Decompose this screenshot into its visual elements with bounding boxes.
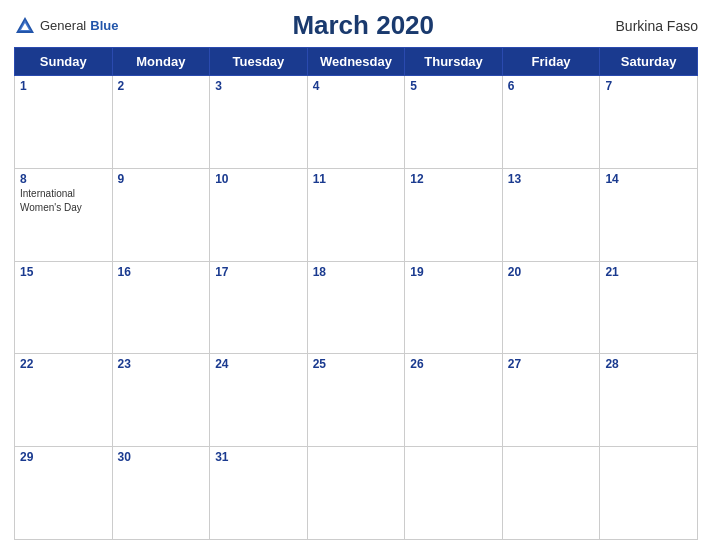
day-number: 29 [20, 450, 107, 464]
calendar-cell: 14 [600, 168, 698, 261]
calendar-cell: 30 [112, 447, 210, 540]
day-number: 7 [605, 79, 692, 93]
calendar-cell: 3 [210, 76, 308, 169]
calendar-cell: 20 [502, 261, 600, 354]
week-row-3: 15161718192021 [15, 261, 698, 354]
col-thursday: Thursday [405, 48, 503, 76]
calendar-cell: 8International Women's Day [15, 168, 113, 261]
day-number: 23 [118, 357, 205, 371]
calendar-cell: 25 [307, 354, 405, 447]
day-number: 11 [313, 172, 400, 186]
calendar-cell: 26 [405, 354, 503, 447]
week-row-5: 293031 [15, 447, 698, 540]
calendar-cell: 18 [307, 261, 405, 354]
day-number: 10 [215, 172, 302, 186]
calendar-cell: 2 [112, 76, 210, 169]
day-number: 27 [508, 357, 595, 371]
calendar-cell: 23 [112, 354, 210, 447]
day-number: 24 [215, 357, 302, 371]
day-number: 26 [410, 357, 497, 371]
col-friday: Friday [502, 48, 600, 76]
col-tuesday: Tuesday [210, 48, 308, 76]
day-number: 25 [313, 357, 400, 371]
calendar-cell [600, 447, 698, 540]
calendar-cell: 13 [502, 168, 600, 261]
col-saturday: Saturday [600, 48, 698, 76]
day-number: 12 [410, 172, 497, 186]
day-number: 8 [20, 172, 107, 186]
calendar-cell: 4 [307, 76, 405, 169]
calendar-cell: 28 [600, 354, 698, 447]
logo-icon [14, 15, 36, 37]
event-label: International Women's Day [20, 188, 82, 213]
calendar-cell [307, 447, 405, 540]
day-number: 5 [410, 79, 497, 93]
day-number: 19 [410, 265, 497, 279]
calendar-cell: 1 [15, 76, 113, 169]
day-number: 28 [605, 357, 692, 371]
header: General Blue March 2020 Burkina Faso [14, 10, 698, 41]
calendar-cell: 29 [15, 447, 113, 540]
day-number: 3 [215, 79, 302, 93]
calendar-cell: 11 [307, 168, 405, 261]
day-number: 14 [605, 172, 692, 186]
day-number: 13 [508, 172, 595, 186]
col-monday: Monday [112, 48, 210, 76]
calendar-table: Sunday Monday Tuesday Wednesday Thursday… [14, 47, 698, 540]
calendar-cell: 7 [600, 76, 698, 169]
logo-text-blue: Blue [90, 18, 118, 33]
day-number: 4 [313, 79, 400, 93]
day-number: 1 [20, 79, 107, 93]
calendar-title: March 2020 [118, 10, 608, 41]
calendar-cell: 21 [600, 261, 698, 354]
day-number: 30 [118, 450, 205, 464]
day-number: 15 [20, 265, 107, 279]
calendar-cell: 6 [502, 76, 600, 169]
week-row-2: 8International Women's Day91011121314 [15, 168, 698, 261]
calendar-cell: 15 [15, 261, 113, 354]
day-number: 20 [508, 265, 595, 279]
calendar-cell: 9 [112, 168, 210, 261]
calendar-cell: 24 [210, 354, 308, 447]
calendar-cell: 22 [15, 354, 113, 447]
week-row-4: 22232425262728 [15, 354, 698, 447]
calendar-cell: 31 [210, 447, 308, 540]
day-number: 31 [215, 450, 302, 464]
day-number: 6 [508, 79, 595, 93]
calendar-cell: 17 [210, 261, 308, 354]
day-number: 9 [118, 172, 205, 186]
calendar-page: General Blue March 2020 Burkina Faso Sun… [0, 0, 712, 550]
calendar-cell: 16 [112, 261, 210, 354]
logo: General Blue [14, 15, 118, 37]
week-row-1: 1234567 [15, 76, 698, 169]
day-number: 17 [215, 265, 302, 279]
day-number: 21 [605, 265, 692, 279]
calendar-cell: 12 [405, 168, 503, 261]
day-number: 16 [118, 265, 205, 279]
day-number: 18 [313, 265, 400, 279]
calendar-cell [502, 447, 600, 540]
country-label: Burkina Faso [608, 18, 698, 34]
col-wednesday: Wednesday [307, 48, 405, 76]
logo-text-general: General [40, 18, 86, 33]
day-number: 2 [118, 79, 205, 93]
days-header-row: Sunday Monday Tuesday Wednesday Thursday… [15, 48, 698, 76]
calendar-cell: 5 [405, 76, 503, 169]
day-number: 22 [20, 357, 107, 371]
calendar-cell: 10 [210, 168, 308, 261]
calendar-cell: 19 [405, 261, 503, 354]
calendar-cell [405, 447, 503, 540]
calendar-cell: 27 [502, 354, 600, 447]
col-sunday: Sunday [15, 48, 113, 76]
